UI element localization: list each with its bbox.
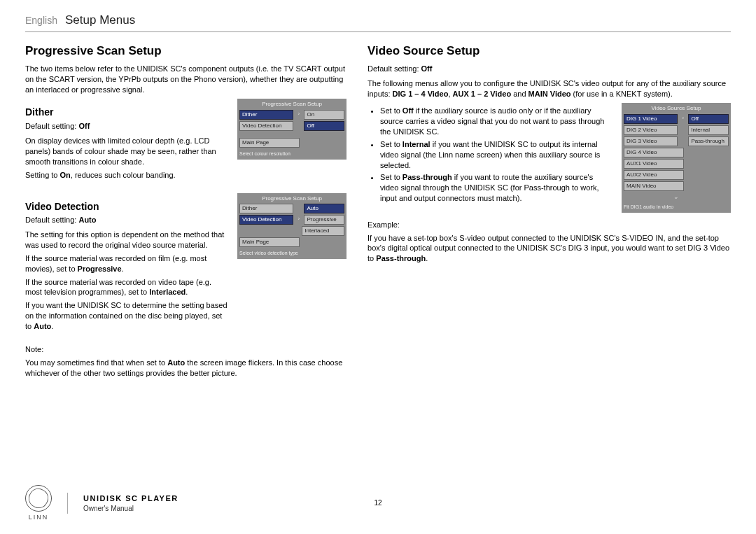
video-source-heading: Video Source Setup	[368, 43, 731, 59]
vs-intro: The following menus allow you to configu…	[368, 78, 731, 99]
chevron-down-icon: ⌄	[624, 192, 729, 201]
vd-p4: If you want the UNIDISK SC to determine …	[25, 300, 227, 332]
dither-default: Default setting: Off	[25, 121, 227, 132]
vd-default: Default setting: Auto	[25, 215, 227, 225]
progressive-scan-heading: Progressive Scan Setup	[25, 43, 346, 59]
dither-p1: On display devices with limited colour d…	[25, 136, 227, 167]
page-header: English Setup Menus	[25, 13, 731, 32]
dither-p2: Setting to On, reduces such colour bandi…	[25, 170, 227, 181]
vd-p2: If the source material was recorded on f…	[25, 253, 227, 274]
page-footer: LINN UNIDISK SC PLAYER Owner's Manual 12	[0, 485, 756, 521]
manual-label: Owner's Manual	[83, 504, 178, 514]
page-title: Setup Menus	[65, 13, 135, 27]
right-column: Video Source Setup Default setting: Off …	[368, 41, 731, 381]
example-text: If you have a set-top box's S-video outp…	[368, 233, 731, 265]
vs-bullets: Set to Off if the auxiliary source is au…	[368, 106, 612, 204]
progressive-intro: The two items below refer to the UNIDISK…	[25, 64, 346, 95]
language-label: English	[25, 15, 57, 26]
vd-p3: If the source material was recorded on v…	[25, 277, 227, 298]
product-name: UNIDISK SC PLAYER	[83, 493, 178, 504]
dither-heading: Dither	[25, 106, 227, 119]
vd-p1: The setting for this option is dependent…	[25, 230, 227, 251]
dither-screenshot: Progressive Scan Setup Dither›On Video D…	[237, 99, 346, 159]
video-source-screenshot: Video Source Setup DIG 1 Video›Off DIG 2…	[622, 103, 731, 212]
video-detection-heading: Video Detection	[25, 200, 227, 213]
video-detection-screenshot: Progressive Scan Setup DitherAuto Video …	[237, 193, 346, 259]
left-column: Progressive Scan Setup The two items bel…	[25, 41, 346, 381]
brand-name: LINN	[25, 513, 52, 521]
note-label: Note:	[25, 344, 346, 355]
example-label: Example:	[368, 220, 731, 230]
note-text: You may sometimes find that when set to …	[25, 358, 346, 379]
linn-logo-icon	[25, 485, 52, 512]
page-number: 12	[374, 498, 382, 508]
vs-default: Default setting: Off	[368, 64, 731, 74]
